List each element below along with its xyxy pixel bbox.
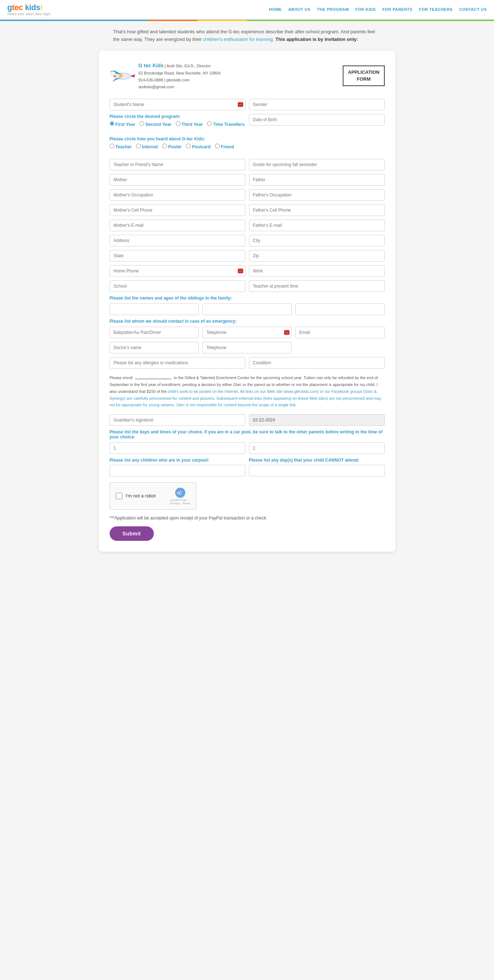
doctor-telephone-input[interactable] [202,342,292,353]
date-input[interactable] [249,414,385,426]
header-brand: G tec Kids [139,63,164,68]
radio-time-travellers[interactable]: Time Travellers [207,121,245,127]
teacher-present-input[interactable] [249,280,385,292]
radio-third-year[interactable]: Third Year [176,121,203,127]
row-carpool-times [110,442,385,454]
heard-label: Please circle how you heard about G-tec … [110,136,385,142]
babysitter-input[interactable] [110,327,199,338]
row-student-gender: ··· [110,99,385,110]
row-allergies-condition [110,357,385,369]
header-address2: 914-636-0888 | gteckids.com [139,77,221,84]
school-input[interactable] [110,280,245,292]
address-input[interactable] [110,235,245,247]
mothers-occupation-input[interactable] [110,189,245,201]
row-emails [110,220,385,231]
row-mother-father [110,174,385,186]
col-fathers-occ [249,189,385,201]
city-input[interactable] [249,235,385,247]
work-input[interactable] [249,265,385,277]
gender-input[interactable] [249,99,385,110]
carpool-cannot-input[interactable] [249,465,385,476]
radio-postcard-input[interactable] [186,144,191,148]
recaptcha-logo: rC reCAPTCHAPrivacy - Terms [171,487,190,505]
radio-poster-label: Poster [168,144,182,150]
row-cell-phones [110,204,385,216]
col-city [249,235,385,247]
nav-parents[interactable]: FOR PARENTS [382,7,413,11]
radio-second-year-input[interactable] [139,121,144,126]
program-options: First Year Second Year Third Year Time T… [110,121,245,129]
carpool2-input[interactable] [249,442,385,454]
emergency-email-input[interactable] [295,327,385,338]
grade-input[interactable] [249,159,385,170]
row-program-dob: Please circle the desired program: First… [110,114,385,133]
dob-input[interactable] [249,114,385,126]
nav-about[interactable]: ABOUT US [288,7,310,11]
nav-contact[interactable]: CONTACT US [459,7,487,11]
mothers-cell-input[interactable] [110,204,245,216]
row-state-zip [110,250,385,262]
captcha-label: I'm not a robot [126,493,167,498]
radio-friend[interactable]: Friend [215,144,234,150]
radio-teacher[interactable]: Teacher [110,144,132,150]
radio-first-year-input[interactable] [110,121,114,126]
zip-input[interactable] [249,250,385,262]
carpool-children-input[interactable] [110,465,245,476]
radio-second-year-label: Second Year [145,122,172,127]
col-carpool1 [110,442,245,454]
radio-poster-input[interactable] [162,144,167,148]
carpool-children-label: Please list any children who are in your… [110,458,245,463]
sibling-1-input[interactable] [110,304,199,315]
row-emergency-contact: ··· [110,327,385,338]
site-logo: gtec kids! Where Kids' Ideas Take Flight [7,3,50,16]
col-heard-radio: Please circle how you heard about G-tec … [110,136,385,155]
father-input[interactable] [249,174,385,186]
fathers-occupation-input[interactable] [249,189,385,201]
state-input[interactable] [110,250,245,262]
radio-internet[interactable]: Internet [136,144,158,150]
captcha-checkbox[interactable] [116,493,122,499]
radio-first-year[interactable]: First Year [110,121,135,127]
col-mothers-email [110,220,245,231]
nav-kids[interactable]: FOR KIDS [355,7,376,11]
header-director: Andi Stix, Ed.D., Director [166,64,210,68]
emergency-telephone-input[interactable] [202,327,292,338]
col-fathers-cell [249,204,385,216]
student-name-wrap: ··· [110,99,245,110]
carpool1-input[interactable] [110,442,245,454]
svg-point-4 [119,74,122,77]
student-name-input[interactable] [110,99,245,110]
sibling-3-input[interactable] [295,304,385,315]
radio-third-year-input[interactable] [176,121,181,126]
radio-first-year-label: First Year [115,122,135,127]
col-signature [110,414,245,426]
col-emergency-phone: ··· [202,327,292,338]
home-phone-input[interactable] [110,265,245,277]
mother-input[interactable] [110,174,245,186]
radio-friend-input[interactable] [215,144,220,148]
mothers-email-input[interactable] [110,220,245,231]
nav-teachers[interactable]: FOR TEACHERS [419,7,453,11]
radio-teacher-label: Teacher [115,144,132,150]
nav-home[interactable]: HOME [269,7,282,11]
doctors-name-input[interactable] [110,342,199,353]
radio-teacher-input[interactable] [110,144,114,148]
nav-program[interactable]: THE PROGRAM [317,7,349,11]
radio-poster[interactable]: Poster [162,144,182,150]
teacher-friend-input[interactable] [110,159,245,170]
svg-rect-5 [113,75,116,77]
allergies-input[interactable] [110,357,245,369]
fathers-cell-input[interactable] [249,204,385,216]
col-fathers-email [249,220,385,231]
col-babysitter [110,327,199,338]
col-home-phone: ··· [110,265,245,277]
radio-time-travellers-input[interactable] [207,121,212,126]
fathers-email-input[interactable] [249,220,385,231]
radio-internet-input[interactable] [136,144,141,148]
submit-button[interactable]: Submit [110,527,154,541]
condition-input[interactable] [249,357,385,369]
sibling-2-input[interactable] [202,304,292,315]
radio-second-year[interactable]: Second Year [139,121,171,127]
guardians-signature-input[interactable] [110,414,245,426]
radio-postcard[interactable]: Postcard [186,144,210,150]
